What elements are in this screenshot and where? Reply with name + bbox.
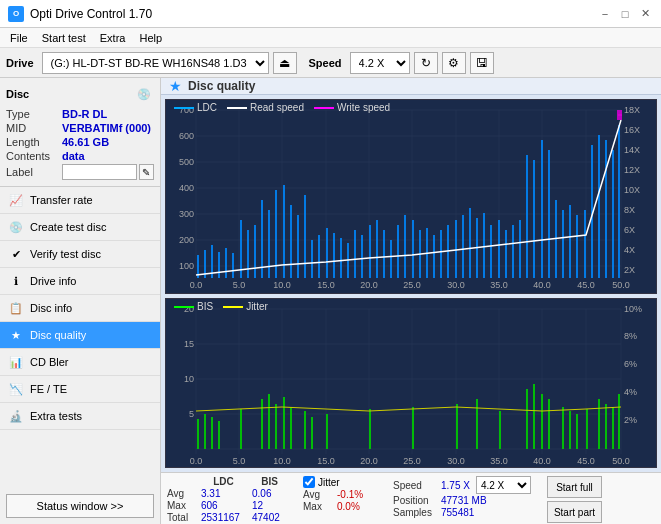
jitter-checkbox[interactable] (303, 476, 315, 488)
svg-text:35.0: 35.0 (490, 456, 508, 466)
transfer-rate-label: Transfer rate (30, 194, 93, 206)
svg-text:8%: 8% (624, 331, 637, 341)
settings-button[interactable]: ⚙ (442, 52, 466, 74)
sidebar-item-disc-info[interactable]: 📋 Disc info (0, 295, 160, 322)
svg-text:25.0: 25.0 (403, 456, 421, 466)
sidebar-item-transfer-rate[interactable]: 📈 Transfer rate (0, 187, 160, 214)
top-chart: LDC Read speed Write speed (165, 99, 657, 294)
svg-rect-80 (440, 230, 442, 278)
content-title: Disc quality (188, 79, 255, 93)
minimize-button[interactable]: − (597, 6, 613, 22)
start-full-button[interactable]: Start full (547, 476, 602, 498)
legend-bis-label: BIS (197, 301, 213, 312)
svg-text:0.0: 0.0 (190, 456, 203, 466)
svg-rect-82 (455, 220, 457, 278)
stats-max-ldc: 606 (201, 500, 246, 511)
svg-rect-168 (569, 411, 571, 449)
disc-info-label: Disc info (30, 302, 72, 314)
legend-writespeed: Write speed (314, 102, 390, 113)
svg-rect-164 (533, 384, 535, 449)
svg-rect-64 (326, 228, 328, 278)
svg-rect-160 (456, 404, 458, 449)
svg-rect-62 (311, 240, 313, 278)
disc-label-input[interactable] (62, 164, 137, 180)
speed-select[interactable]: 4.2 X (350, 52, 410, 74)
extra-tests-icon: 🔬 (8, 408, 24, 424)
jitter-avg-label: Avg (303, 489, 331, 500)
disc-contents-label: Contents (6, 150, 62, 162)
svg-rect-157 (326, 414, 328, 449)
svg-text:18X: 18X (624, 105, 640, 115)
speed-info: Speed 1.75 X 4.2 X Position 47731 MB Sam… (393, 476, 531, 518)
legend-ldc-label: LDC (197, 102, 217, 113)
svg-rect-156 (311, 417, 313, 449)
svg-rect-53 (247, 230, 249, 278)
stats-total-row: Total 2531167 47402 (167, 512, 287, 523)
svg-text:500: 500 (179, 157, 194, 167)
menu-file[interactable]: File (4, 31, 34, 45)
svg-rect-87 (490, 225, 492, 278)
status-window-button[interactable]: Status window >> (6, 494, 154, 518)
create-test-disc-label: Create test disc (30, 221, 106, 233)
refresh-button[interactable]: ↻ (414, 52, 438, 74)
svg-text:5.0: 5.0 (233, 456, 246, 466)
sidebar-item-cd-bler[interactable]: 📊 CD Bler (0, 349, 160, 376)
disc-label-label: Label (6, 166, 60, 178)
svg-rect-92 (526, 155, 528, 278)
svg-text:600: 600 (179, 131, 194, 141)
disc-contents-value: data (62, 150, 85, 162)
info-button2[interactable]: 🖫 (470, 52, 494, 74)
svg-text:15: 15 (184, 339, 194, 349)
sidebar-item-extra-tests[interactable]: 🔬 Extra tests (0, 403, 160, 430)
create-test-disc-icon: 💿 (8, 219, 24, 235)
svg-text:4%: 4% (624, 387, 637, 397)
svg-rect-84 (469, 208, 471, 278)
sidebar-item-disc-quality[interactable]: ★ Disc quality (0, 322, 160, 349)
svg-text:6%: 6% (624, 359, 637, 369)
svg-rect-50 (225, 248, 227, 278)
svg-rect-65 (333, 233, 335, 278)
svg-rect-63 (318, 235, 320, 278)
close-button[interactable]: ✕ (637, 6, 653, 22)
start-part-button[interactable]: Start part (547, 501, 602, 523)
bis-color-swatch (174, 306, 194, 308)
legend-ldc: LDC (174, 102, 217, 113)
samples-key: Samples (393, 507, 435, 518)
svg-rect-70 (369, 225, 371, 278)
svg-rect-66 (340, 238, 342, 278)
svg-rect-162 (499, 411, 501, 449)
svg-text:35.0: 35.0 (490, 280, 508, 290)
menu-starttest[interactable]: Start test (36, 31, 92, 45)
stats-total-ldc: 2531167 (201, 512, 246, 523)
menu-help[interactable]: Help (133, 31, 168, 45)
svg-rect-60 (297, 215, 299, 278)
legend-bis: BIS (174, 301, 213, 312)
svg-text:0.0: 0.0 (190, 280, 203, 290)
sidebar-item-fe-te[interactable]: 📉 FE / TE (0, 376, 160, 403)
disc-length-row: Length 46.61 GB (6, 136, 154, 148)
svg-text:45.0: 45.0 (577, 456, 595, 466)
position-val: 47731 MB (441, 495, 487, 506)
svg-text:30.0: 30.0 (447, 280, 465, 290)
svg-rect-93 (533, 160, 535, 278)
legend-readspeed-label: Read speed (250, 102, 304, 113)
disc-label-edit-button[interactable]: ✎ (139, 164, 154, 180)
svg-rect-86 (483, 213, 485, 278)
svg-rect-88 (498, 220, 500, 278)
speed-select2[interactable]: 4.2 X (476, 476, 531, 494)
sidebar-item-drive-info[interactable]: ℹ Drive info (0, 268, 160, 295)
drive-select[interactable]: (G:) HL-DT-ST BD-RE WH16NS48 1.D3 (42, 52, 269, 74)
maximize-button[interactable]: □ (617, 6, 633, 22)
samples-val: 755481 (441, 507, 474, 518)
cd-bler-label: CD Bler (30, 356, 69, 368)
svg-rect-151 (268, 394, 270, 449)
disc-mid-label: MID (6, 122, 62, 134)
svg-rect-170 (586, 409, 588, 449)
svg-rect-54 (254, 225, 256, 278)
menu-extra[interactable]: Extra (94, 31, 132, 45)
svg-rect-56 (268, 210, 270, 278)
svg-text:5: 5 (189, 409, 194, 419)
sidebar-item-verify-test-disc[interactable]: ✔ Verify test disc (0, 241, 160, 268)
eject-button[interactable]: ⏏ (273, 52, 297, 74)
sidebar-item-create-test-disc[interactable]: 💿 Create test disc (0, 214, 160, 241)
